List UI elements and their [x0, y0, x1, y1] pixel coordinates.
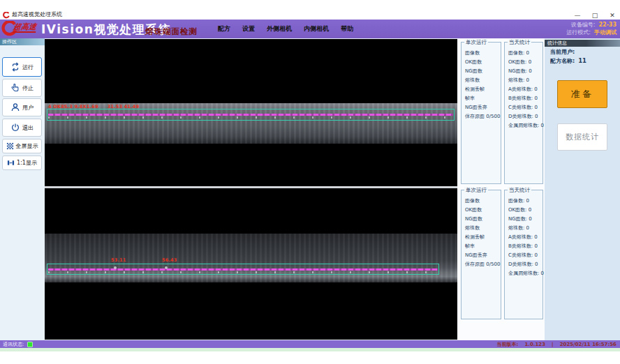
version-value: 1.0.123 — [524, 342, 545, 347]
menu-item[interactable]: 内侧相机 — [304, 24, 329, 33]
stat-row: A类熔珠数: 0 — [508, 233, 542, 242]
stat-row: 图像数 — [465, 49, 500, 58]
stat-row: OK图数 — [465, 206, 500, 215]
one-to-one-icon — [7, 159, 15, 167]
window-title: 超高速视觉处理系统 — [12, 10, 62, 18]
brand-name: 超高速 — [13, 23, 37, 33]
exit-button-label: 退出 — [22, 124, 34, 132]
group-title: 当天统计 — [508, 39, 531, 46]
stat-row: 图像数: 0 — [508, 197, 542, 206]
menu-item[interactable]: 设置 — [242, 24, 255, 33]
stat-row: C类熔珠数: 0 — [508, 103, 542, 112]
stat-row: B类熔珠数: 0 — [508, 94, 542, 103]
maximize-button[interactable]: □ — [590, 12, 600, 19]
annotation-text: 4 OK85.3 9.8X1.69 — [48, 104, 98, 109]
device-number-row: 设备编号: 22-33 — [566, 22, 617, 29]
group-title: 单次运行 — [464, 39, 488, 46]
comm-status: 通讯状态: — [3, 340, 33, 348]
close-button[interactable]: ✕ — [607, 12, 617, 19]
recipe-name-label: 配方名称: — [550, 58, 575, 64]
fullscreen-grid-icon — [6, 142, 14, 150]
stat-row: 熔珠数: 0 — [508, 224, 542, 233]
main-menu: 配方设置外侧相机内侧相机帮助 — [218, 20, 353, 38]
user-icon — [10, 103, 20, 112]
power-icon — [10, 123, 20, 132]
menu-item[interactable]: 外侧相机 — [267, 24, 292, 33]
bead-line-top — [48, 114, 453, 116]
roi-rectangle-bottom — [47, 264, 439, 275]
stat-row: B类熔珠数: 0 — [508, 242, 542, 251]
stat-row: 金属屑熔珠数: 0 — [508, 121, 542, 130]
run-mode-value: 手动调试 — [594, 29, 617, 37]
comm-status-label: 通讯状态: — [3, 341, 24, 348]
divider: | — [552, 342, 554, 347]
defect-mark — [114, 266, 117, 269]
run-mode-label: 运行模式: — [566, 29, 591, 37]
run-button[interactable]: 运行 — [2, 57, 42, 77]
app-header: 超高速 IVision视觉处理系统 熔珠端面检测 配方设置外侧相机内侧相机帮助 … — [0, 20, 620, 38]
stat-row: 金属屑熔珠数: 0 — [508, 269, 542, 278]
one-to-one-button[interactable]: 1:1显示 — [2, 156, 42, 170]
group-title: 当天统计 — [508, 187, 531, 194]
run-mode-row: 运行模式: 手动调试 — [566, 29, 617, 37]
fullscreen-button-label: 全屏显示 — [16, 142, 38, 150]
prepare-button[interactable]: 准备 — [557, 80, 607, 108]
group-title: 单次运行 — [464, 187, 488, 194]
current-user-row: 当前用户: — [550, 48, 575, 56]
roi-rectangle-top — [47, 109, 455, 121]
menu-item[interactable]: 配方 — [218, 24, 230, 33]
stat-row: 保存原图 0/500 — [465, 112, 500, 121]
bead-marks-bottom — [48, 271, 438, 273]
data-statistics-button[interactable]: 数据统计 — [557, 123, 607, 151]
stop-button[interactable]: 停止 — [2, 79, 42, 97]
defect-mark — [165, 266, 168, 269]
app-subtitle: 熔珠端面检测 — [145, 26, 198, 37]
fullscreen-button[interactable]: 全屏显示 — [2, 139, 42, 153]
stat-row: 检测丢帧 — [465, 85, 500, 94]
weld-strip-image-bottom — [45, 234, 457, 282]
stop-hand-icon — [10, 83, 20, 93]
run-icon — [10, 62, 20, 72]
camera-view-top: 4 OK85.3 9.8X1.69 31.53 41.49 — [45, 39, 457, 186]
stat-row: 熔珠数 — [465, 76, 500, 85]
device-number-label: 设备编号: — [571, 22, 596, 29]
stat-row: NG图数 — [465, 215, 500, 224]
bead-marks-top — [48, 116, 453, 119]
header-info: 设备编号: 22-33 运行模式: 手动调试 — [566, 22, 617, 36]
today-stats-group-bottom: 当天统计 图像数: 0OK图数: 0NG图数: 0熔珠数: 0A类熔珠数: 0B… — [504, 190, 543, 319]
exit-button[interactable]: 退出 — [2, 119, 42, 137]
recipe-name-row: 配方名称:11 — [550, 57, 586, 65]
comm-status-indicator — [27, 342, 33, 347]
stat-row: NG图丢弃 — [465, 251, 500, 260]
stat-row: NG图数 — [465, 67, 500, 76]
stat-row: OK图数: 0 — [508, 206, 542, 215]
minimize-button[interactable]: — — [573, 12, 582, 19]
menu-item[interactable]: 帮助 — [341, 24, 353, 33]
one-to-one-button-label: 1:1显示 — [17, 159, 37, 167]
user-button-label: 用户 — [22, 104, 34, 112]
stat-row: D类熔珠数: 0 — [508, 260, 542, 269]
datetime-value: 2025/02/11 16:57:56 — [560, 342, 617, 347]
statistics-info-panel: 统计信息 当前用户: 配方名称:11 准备 数据统计 — [545, 38, 620, 340]
stop-button-label: 停止 — [22, 84, 34, 92]
stat-row: 图像数: 0 — [508, 49, 542, 58]
single-run-group-top: 单次运行 图像数OK图数NG图数熔珠数检测丢帧帧率NG图丢弃保存原图 0/500 — [461, 42, 501, 184]
single-run-group-bottom: 单次运行 图像数OK图数NG图数熔珠数检测丢帧帧率NG图丢弃保存原图 0/500 — [461, 190, 501, 319]
user-button[interactable]: 用户 — [2, 98, 42, 116]
bottom-strip — [0, 348, 620, 351]
stat-row: D类熔珠数: 0 — [508, 112, 542, 121]
measurement-annotation-top: 4 OK85.3 9.8X1.69 31.53 41.49 — [48, 104, 139, 109]
bead-line-bottom — [48, 268, 438, 271]
run-button-label: 运行 — [22, 63, 34, 71]
annotation-text: 31.53 41.49 — [108, 104, 140, 109]
stat-row: 检测丢帧 — [465, 233, 500, 242]
recipe-name-value: 11 — [578, 57, 586, 64]
stat-row: 熔珠数: 0 — [508, 76, 542, 85]
window-controls: — □ ✕ — [573, 12, 617, 19]
stat-row: C类熔珠数: 0 — [508, 251, 542, 260]
app-logo-icon — [3, 12, 10, 19]
stat-row: 帧率 — [465, 242, 500, 251]
stat-row: NG图数: 0 — [508, 67, 542, 76]
device-number-value: 22-33 — [598, 22, 617, 29]
measurement-annotation: 53.11 — [111, 257, 126, 263]
